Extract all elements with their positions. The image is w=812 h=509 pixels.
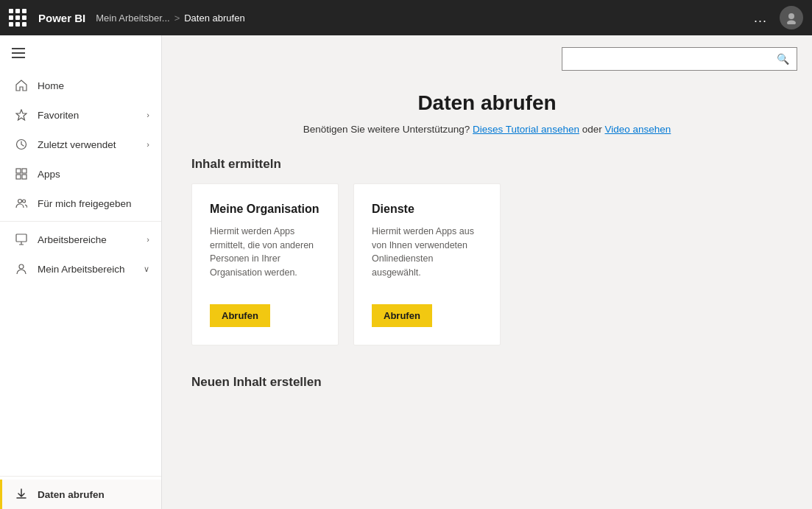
subtitle: Benötigen Sie weitere Unterstützung? Die… bbox=[191, 124, 783, 135]
sidebar-item-favoriten[interactable]: Favoriten › bbox=[0, 100, 161, 130]
hamburger-icon bbox=[12, 48, 25, 58]
svg-rect-5 bbox=[22, 169, 27, 173]
subtitle-between-text: oder bbox=[582, 124, 602, 135]
breadcrumb-current: Daten abrufen bbox=[184, 13, 244, 24]
clock-icon bbox=[14, 137, 29, 152]
svg-point-9 bbox=[23, 200, 26, 203]
svg-point-0 bbox=[788, 13, 794, 19]
sidebar-divider-bottom bbox=[0, 476, 161, 477]
svg-rect-7 bbox=[22, 175, 27, 179]
person-icon bbox=[14, 261, 29, 276]
sidebar-item-freigegeben[interactable]: Für mich freigegeben bbox=[0, 189, 161, 218]
search-icon: 🔍 bbox=[777, 53, 789, 65]
more-options-button[interactable]: ... bbox=[749, 6, 772, 29]
card-meine-organisation-btn[interactable]: Abrufen bbox=[210, 304, 270, 327]
search-bar: 🔍 bbox=[162, 35, 812, 77]
svg-marker-2 bbox=[16, 110, 27, 120]
sidebar-item-mein-arbeitsbereich[interactable]: Mein Arbeitsbereich ∨ bbox=[0, 254, 161, 284]
svg-rect-6 bbox=[16, 175, 21, 179]
svg-point-8 bbox=[18, 200, 22, 203]
card-meine-organisation-title: Meine Organisation bbox=[210, 202, 320, 217]
sidebar-item-daten-abrufen[interactable]: Daten abrufen bbox=[0, 480, 161, 509]
apps-icon bbox=[14, 166, 29, 181]
card-meine-organisation-desc: Hiermit werden Apps ermittelt, die von a… bbox=[210, 225, 320, 297]
breadcrumb-part1[interactable]: Mein Arbeitsber... bbox=[96, 13, 169, 24]
svg-point-11 bbox=[19, 264, 24, 269]
app-name: Power BI bbox=[38, 12, 85, 24]
home-icon bbox=[14, 78, 29, 93]
svg-point-1 bbox=[787, 21, 796, 25]
search-input[interactable] bbox=[570, 54, 777, 65]
sidebar-toggle[interactable] bbox=[0, 35, 161, 71]
card-meine-organisation: Meine Organisation Hiermit werden Apps e… bbox=[191, 183, 339, 345]
cards-row: Meine Organisation Hiermit werden Apps e… bbox=[191, 183, 783, 345]
sidebar-item-daten-abrufen-label: Daten abrufen bbox=[38, 489, 149, 500]
svg-rect-10 bbox=[16, 234, 27, 242]
search-box: 🔍 bbox=[562, 47, 797, 71]
sidebar-item-home[interactable]: Home bbox=[0, 71, 161, 100]
waffle-menu[interactable] bbox=[9, 9, 27, 27]
sidebar-item-favoriten-label: Favoriten bbox=[38, 110, 138, 121]
star-icon bbox=[14, 108, 29, 122]
chevron-right-icon: › bbox=[146, 110, 149, 119]
card-dienste: Dienste Hiermit werden Apps aus von Ihne… bbox=[353, 183, 501, 345]
user-avatar[interactable] bbox=[780, 6, 803, 29]
shared-icon bbox=[14, 196, 29, 211]
chevron-right-icon-2: › bbox=[146, 140, 149, 149]
card-dienste-btn[interactable]: Abrufen bbox=[372, 304, 432, 327]
sidebar-item-freigegeben-label: Für mich freigegeben bbox=[38, 198, 149, 209]
chevron-down-icon: ∨ bbox=[144, 264, 149, 274]
sidebar-item-arbeitsbereiche[interactable]: Arbeitsbereiche › bbox=[0, 225, 161, 254]
main-scroll-area: Daten abrufen Benötigen Sie weitere Unte… bbox=[162, 77, 812, 509]
sidebar-item-zuletzt[interactable]: Zuletzt verwendet › bbox=[0, 130, 161, 159]
sidebar-item-mein-arbeitsbereich-label: Mein Arbeitsbereich bbox=[38, 264, 135, 275]
page-title: Daten abrufen bbox=[191, 91, 783, 115]
section2-title: Neuen Inhalt erstellen bbox=[191, 375, 783, 390]
sidebar-item-apps-label: Apps bbox=[38, 169, 149, 180]
sidebar: Home Favoriten › Zuletzt verwendet › bbox=[0, 35, 162, 509]
sidebar-item-home-label: Home bbox=[38, 80, 149, 91]
breadcrumb: Mein Arbeitsber... > Daten abrufen bbox=[96, 13, 244, 24]
sidebar-item-arbeitsbereiche-label: Arbeitsbereiche bbox=[38, 234, 138, 245]
subtitle-prefix: Benötigen Sie weitere Unterstützung? bbox=[303, 124, 470, 135]
breadcrumb-separator: > bbox=[174, 13, 180, 24]
sidebar-divider bbox=[0, 221, 161, 222]
topbar: Power BI Mein Arbeitsber... > Daten abru… bbox=[0, 0, 812, 35]
svg-rect-4 bbox=[16, 169, 21, 173]
video-link[interactable]: Video ansehen bbox=[604, 124, 671, 135]
sidebar-item-zuletzt-label: Zuletzt verwendet bbox=[38, 139, 138, 150]
section1-title: Inhalt ermitteln bbox=[191, 157, 783, 172]
tutorial-link[interactable]: Dieses Tutorial ansehen bbox=[473, 124, 579, 135]
workspace-icon bbox=[14, 232, 29, 247]
chevron-right-icon-3: › bbox=[146, 235, 149, 244]
get-data-icon bbox=[14, 487, 29, 502]
sidebar-item-apps[interactable]: Apps bbox=[0, 159, 161, 189]
card-dienste-desc: Hiermit werden Apps aus von Ihnen verwen… bbox=[372, 225, 482, 297]
card-dienste-title: Dienste bbox=[372, 202, 482, 217]
main-content-area: 🔍 Daten abrufen Benötigen Sie weitere Un… bbox=[162, 35, 812, 509]
